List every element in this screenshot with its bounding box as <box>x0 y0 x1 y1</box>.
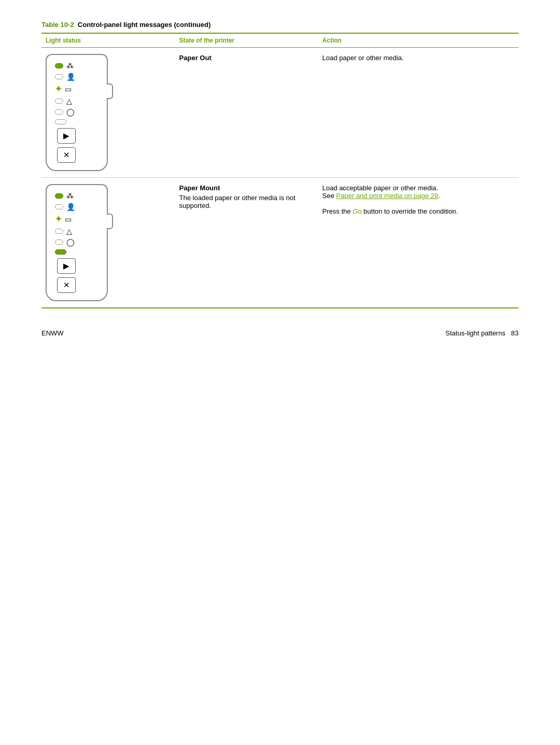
icon-warning: △ <box>66 97 72 105</box>
panel-row-m1: ⁂ <box>55 192 99 200</box>
panel-row-1: ⁂ <box>55 62 99 69</box>
icon-person: 👤 <box>66 73 75 80</box>
led-1-on <box>55 63 63 68</box>
action-text-paper-out: Load paper or other media. <box>323 54 404 62</box>
icon-percent-m: ⁂ <box>66 192 74 200</box>
light-status-cell-paper-out: ⁂ 👤 ✦ ▭ △ <box>41 48 175 178</box>
icon-copy-m: ▭ <box>65 216 72 223</box>
col-header-action: Action <box>318 33 519 48</box>
cancel-button-icon-m: ✕ <box>63 280 70 290</box>
panel-notch-2 <box>107 214 113 229</box>
footer-section-name: Status-light patterns <box>445 329 506 337</box>
footer-page-number: 83 <box>511 329 519 337</box>
panel-row-m2: 👤 <box>55 203 99 210</box>
table-title-container: Table 10-2 Control-panel light messages … <box>41 21 519 29</box>
control-panel-table: Light status State of the printer Action… <box>41 33 519 308</box>
state-cell-paper-out: Paper Out <box>175 48 318 178</box>
panel-row-m6 <box>55 249 99 255</box>
icon-power-m: ◯ <box>66 238 75 246</box>
cancel-button-diagram-m: ✕ <box>57 277 76 293</box>
go-button-icon-m: ▶ <box>63 261 69 271</box>
cancel-button-icon: ✕ <box>63 150 70 160</box>
go-button-diagram-m: ▶ <box>57 258 76 274</box>
col-header-state: State of the printer <box>175 33 318 48</box>
led-m4-off <box>55 229 63 234</box>
panel-row-3: ✦ ▭ <box>55 84 99 94</box>
action-cell-paper-out: Load paper or other media. <box>318 48 519 178</box>
blink-icon-m: ✦ <box>55 214 62 224</box>
led-m6-on <box>55 249 66 255</box>
panel-row-m4: △ <box>55 228 99 235</box>
led-6-off <box>55 119 66 124</box>
state-desc-paper-mount: The loaded paper or other media is not s… <box>179 194 314 209</box>
led-m2-off <box>55 204 63 209</box>
icon-warning-m: △ <box>66 228 72 235</box>
page-footer: ENWW Status-light patterns 83 <box>41 329 519 337</box>
panel-row-m3: ✦ ▭ <box>55 214 99 224</box>
cancel-button-diagram: ✕ <box>57 147 76 163</box>
footer-enww: ENWW <box>41 329 64 337</box>
action-extra-paper-mount: Press the Go button to override the cond… <box>323 207 458 215</box>
panel-row-6 <box>55 119 99 124</box>
light-status-cell-paper-mount: ⁂ 👤 ✦ ▭ △ <box>41 178 175 308</box>
printer-panel-paper-mount: ⁂ 👤 ✦ ▭ △ <box>46 184 108 301</box>
icon-copy: ▭ <box>65 86 72 93</box>
action-main-paper-mount: Load acceptable paper or other media. <box>323 184 438 192</box>
action-cell-paper-mount: Load acceptable paper or other media. Se… <box>318 178 519 308</box>
icon-percent: ⁂ <box>66 62 74 69</box>
table-row: ⁂ 👤 ✦ ▭ △ <box>41 178 519 308</box>
table-label: Table 10-2 <box>41 21 74 29</box>
panel-row-4: △ <box>55 97 99 105</box>
led-5-off <box>55 109 63 115</box>
led-4-off <box>55 99 63 104</box>
panel-row-2: 👤 <box>55 73 99 80</box>
state-title-paper-mount: Paper Mount <box>179 184 314 192</box>
go-button-icon: ▶ <box>63 131 69 140</box>
state-title-paper-out: Paper Out <box>179 54 314 62</box>
icon-power: ◯ <box>66 108 75 116</box>
go-word: Go <box>353 207 361 215</box>
col-header-light: Light status <box>41 33 175 48</box>
icon-person-m: 👤 <box>66 203 75 210</box>
state-cell-paper-mount: Paper Mount The loaded paper or other me… <box>175 178 318 308</box>
panel-row-5: ◯ <box>55 108 99 116</box>
led-m5-off <box>55 240 63 245</box>
action-link-paper-print[interactable]: Paper and print media on page 29 <box>336 192 438 200</box>
printer-panel-paper-out: ⁂ 👤 ✦ ▭ △ <box>46 54 108 171</box>
action-see-prefix: See <box>323 192 337 200</box>
panel-row-m5: ◯ <box>55 238 99 246</box>
table-name: Control-panel light messages (continued) <box>78 21 211 29</box>
led-2-off <box>55 74 63 79</box>
led-m1-on <box>55 193 63 199</box>
blink-icon: ✦ <box>55 84 62 94</box>
go-button-diagram: ▶ <box>57 128 76 144</box>
footer-right: Status-light patterns 83 <box>445 329 519 337</box>
panel-notch <box>107 83 113 99</box>
table-row: ⁂ 👤 ✦ ▭ △ <box>41 48 519 178</box>
